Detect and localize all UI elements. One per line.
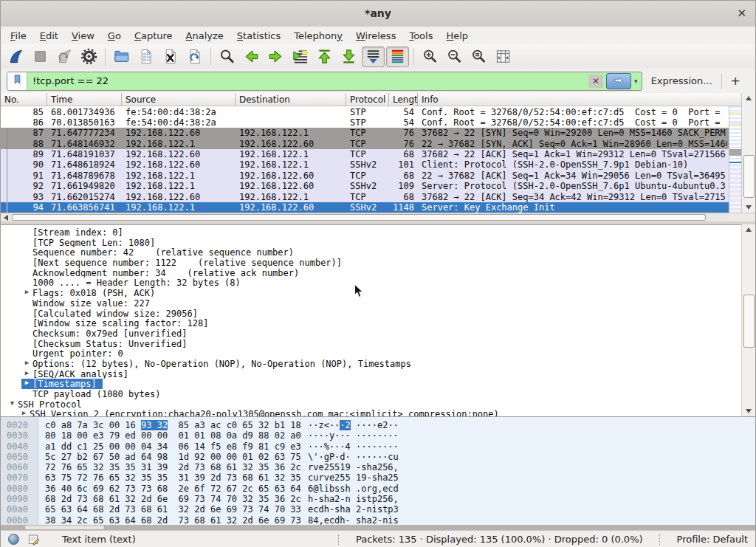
hex-row[interactable]: 0020c0 a8 7a 3c 00 16 93 32 85 a3 ac c0 … <box>1 420 755 430</box>
close-capture-file-button[interactable] <box>159 47 182 67</box>
menu-capture[interactable]: Capture <box>128 28 179 44</box>
scrollbar-thumb[interactable] <box>743 155 755 198</box>
stop-capture-button[interactable] <box>29 47 52 67</box>
menu-statistics[interactable]: Statistics <box>230 28 287 44</box>
packet-row[interactable]: 9071.648618924192.168.122.60192.168.122.… <box>1 159 729 170</box>
column-header-destination[interactable]: Destination <box>236 93 346 106</box>
expander-closed-icon[interactable]: ▶ <box>21 379 32 386</box>
hex-row[interactable]: 003080 18 00 e3 79 ed 00 00 01 01 08 0a … <box>1 430 755 441</box>
resize-columns-button[interactable] <box>492 47 515 67</box>
menu-analyze[interactable]: Analyze <box>179 28 230 44</box>
menu-telephony[interactable]: Telephony <box>287 28 349 44</box>
hex-row[interactable]: 006072 76 65 32 35 35 31 39 2d 73 68 61 … <box>1 462 755 472</box>
auto-scroll-button[interactable] <box>362 47 385 67</box>
packet-row[interactable]: 8871.648146932192.168.122.1192.168.122.6… <box>1 138 729 148</box>
detail-line[interactable]: [Checksum Status: Unverified] <box>1 339 755 349</box>
detail-line[interactable]: ▶SSH Version 2 (encryption:chacha20-poly… <box>1 409 755 416</box>
packet-row[interactable]: 9271.661949820192.168.122.1192.168.122.6… <box>1 181 729 191</box>
detail-line[interactable]: [Next sequence number: 1122 (relative se… <box>1 258 755 268</box>
detail-line[interactable]: [Stream index: 0] <box>1 227 755 238</box>
detail-line[interactable]: TCP payload (1080 bytes) <box>1 389 755 399</box>
menu-tools[interactable]: Tools <box>402 28 439 44</box>
menu-edit[interactable]: Edit <box>33 28 65 44</box>
detail-line[interactable]: Checksum: 0x79ed [unverified] <box>1 328 755 339</box>
expression-button[interactable]: Expression... <box>642 75 721 86</box>
start-capture-button[interactable] <box>4 47 27 67</box>
column-header-source[interactable]: Source <box>122 93 236 106</box>
packet-row[interactable]: 8971.648191037192.168.122.60192.168.122.… <box>1 149 729 159</box>
go-back-button[interactable] <box>240 47 263 67</box>
scrollbar-thumb[interactable] <box>12 214 706 221</box>
capture-options-button[interactable] <box>78 47 100 67</box>
column-header-length[interactable]: Length <box>389 93 418 106</box>
hex-horizontal-scrollbar[interactable] <box>1 525 755 530</box>
column-header-protocol[interactable]: Protocol <box>346 93 389 106</box>
menu-help[interactable]: Help <box>439 28 475 44</box>
display-filter-input[interactable]: !tcp.port == 22 <box>27 75 588 86</box>
hex-row[interactable]: 007063 75 72 76 65 32 35 35 31 39 2d 73 … <box>1 472 755 483</box>
close-window-icon[interactable]: ✕ <box>737 7 746 20</box>
packet-row[interactable]: 9171.648789678192.168.122.1192.168.122.6… <box>1 170 729 180</box>
menu-go[interactable]: Go <box>101 28 128 44</box>
filter-dropdown-caret-icon[interactable]: ▾ <box>633 78 642 85</box>
zoom-in-button[interactable] <box>419 47 441 67</box>
zoom-reset-button[interactable] <box>467 47 490 67</box>
go-forward-button[interactable] <box>264 47 287 67</box>
hex-row[interactable]: 008036 40 6c 69 62 73 73 68 2e 6f 72 67 … <box>1 484 755 494</box>
column-header-no[interactable]: No. <box>1 93 47 106</box>
menu-view[interactable]: View <box>65 28 101 44</box>
packet-row[interactable]: 8568.001734936fe:54:00:d4:38:2aSTP54Conf… <box>1 106 729 117</box>
hex-row[interactable]: 0040a1 dd c1 25 00 00 04 34 06 14 f5 e8 … <box>1 441 755 452</box>
expander-closed-icon[interactable]: ▶ <box>21 369 32 376</box>
expander-closed-icon[interactable]: ▶ <box>21 288 32 295</box>
detail-line[interactable]: [TCP Segment Len: 1080] <box>1 238 755 248</box>
filter-bookmark-button[interactable] <box>7 72 27 90</box>
scroll-left-arrow-icon[interactable] <box>1 213 11 221</box>
scroll-down-arrow-icon[interactable] <box>742 406 755 416</box>
go-to-packet-button[interactable] <box>289 47 312 67</box>
detail-line[interactable]: ▶[Timestamps] <box>1 379 755 389</box>
detail-line[interactable]: [Window size scaling factor: 128] <box>1 318 755 328</box>
zoom-out-button[interactable] <box>443 47 466 67</box>
expander-closed-icon[interactable]: ▶ <box>21 359 32 366</box>
packet-row[interactable]: 9371.662015274192.168.122.60192.168.122.… <box>1 191 729 202</box>
go-last-packet-button[interactable] <box>337 47 360 67</box>
scroll-up-arrow-icon[interactable] <box>742 224 755 235</box>
expander-open-icon[interactable]: ▼ <box>7 399 18 407</box>
packet-row[interactable]: 8771.647777234192.168.122.60192.168.122.… <box>1 128 729 138</box>
hex-row[interactable]: 009068 2d 73 68 61 32 2d 6e 69 73 74 70 … <box>1 494 755 504</box>
find-packet-button[interactable] <box>216 47 238 67</box>
scroll-up-arrow-icon[interactable] <box>742 93 755 103</box>
packet-row[interactable]: 9471.663856741192.168.122.1192.168.122.6… <box>1 202 729 213</box>
detail-line[interactable]: 1000 .... = Header Length: 32 bytes (8) <box>1 278 755 288</box>
expert-info-icon[interactable] <box>8 534 19 545</box>
filter-clear-button[interactable]: ✕ <box>588 75 603 88</box>
capture-comment-icon[interactable] <box>28 534 40 546</box>
details-vertical-scrollbar[interactable] <box>741 224 755 416</box>
detail-line[interactable]: Window size value: 227 <box>1 298 755 309</box>
detail-line[interactable]: ▼SSH Protocol <box>1 399 755 410</box>
hex-row[interactable]: 00a065 63 64 68 2d 73 68 61 32 2d 6e 69 … <box>1 504 755 515</box>
hex-row[interactable]: 00b038 34 2c 65 63 64 68 2d 73 68 61 32 … <box>1 515 755 525</box>
column-header-info[interactable]: Info <box>418 93 743 106</box>
packet-list-vertical-scrollbar[interactable] <box>741 93 755 213</box>
detail-line[interactable]: [Calculated window size: 29056] <box>1 309 755 319</box>
reload-capture-file-button[interactable] <box>183 47 206 67</box>
add-filter-button[interactable]: + <box>722 74 749 88</box>
filter-apply-button[interactable] <box>606 73 631 89</box>
hex-row[interactable]: 00505c 27 b2 67 50 ad 64 98 1d 92 00 00 … <box>1 452 755 462</box>
scrollbar-thumb[interactable] <box>25 526 104 529</box>
packet-row[interactable]: 8670.013850163fe:54:00:d4:38:2aSTP54Conf… <box>1 117 729 127</box>
detail-line[interactable]: ▶[SEQ/ACK analysis] <box>1 369 755 379</box>
menu-file[interactable]: File <box>4 28 33 44</box>
profile-status[interactable]: Profile: Default <box>677 534 748 545</box>
detail-line[interactable]: ▶Options: (12 bytes), No-Operation (NOP)… <box>1 359 755 369</box>
column-header-time[interactable]: Time <box>47 93 122 106</box>
scrollbar-thumb[interactable] <box>743 295 755 348</box>
detail-line[interactable]: Urgent pointer: 0 <box>1 348 755 359</box>
detail-line[interactable]: Acknowledgment number: 34 (relative ack … <box>1 268 755 278</box>
go-first-packet-button[interactable] <box>313 47 336 67</box>
open-capture-file-button[interactable] <box>110 47 133 67</box>
scroll-down-arrow-icon[interactable] <box>742 202 755 213</box>
restart-capture-button[interactable] <box>53 47 76 67</box>
